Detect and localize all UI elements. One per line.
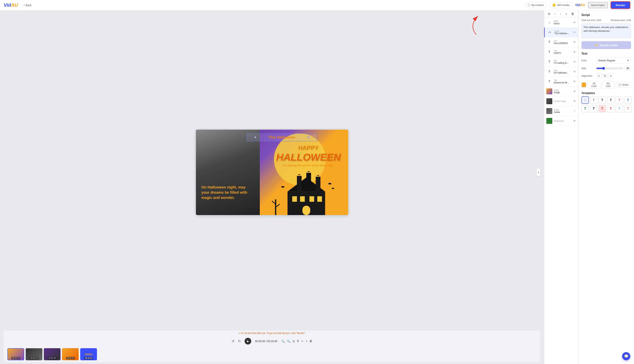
template-bold[interactable]: T: [598, 96, 606, 104]
template-blue-outline[interactable]: T: [624, 96, 632, 104]
align-left-button[interactable]: ≡: [596, 73, 602, 78]
layer-text-happy[interactable]: T Text HAPPY 👁: [544, 47, 578, 57]
product-visibility-icon[interactable]: 👁: [573, 100, 576, 103]
timeline-item-1[interactable]: 00:03.76: [8, 348, 24, 360]
dreams-visibility-icon[interactable]: 👁: [573, 80, 576, 83]
bg-color-button[interactable]: BG color: [602, 81, 614, 89]
play-button[interactable]: [244, 338, 251, 344]
layer-bgm[interactable]: ♪ BGM horror 👁: [544, 18, 578, 28]
layer-text-on-halloween[interactable]: T Text On Hallowee... 👁: [544, 67, 578, 77]
size-input[interactable]: [624, 66, 631, 70]
layers-delete-icon[interactable]: 🗑: [571, 12, 574, 16]
template-dark-italic[interactable]: T: [590, 105, 598, 112]
zoom-controls: 🔍 🔍 ⊡ 🎚 ⊢ + 🗑: [281, 340, 312, 343]
split-button[interactable]: ⊢: [302, 340, 304, 343]
layer-text-dreams[interactable]: T Text dreams be fill... 👁: [544, 77, 578, 86]
layers-copy-icon[interactable]: ⧉: [548, 12, 550, 16]
templates-title: Templates: [582, 91, 631, 94]
fit-screen-button[interactable]: ⊡: [292, 340, 295, 343]
align-center-button[interactable]: ☰: [602, 73, 608, 78]
timeline-item-4[interactable]: 00:02.64: [62, 348, 79, 360]
fill-color-swatch[interactable]: [582, 82, 586, 88]
background-thumbnail: [546, 118, 552, 124]
layers-move-up-icon[interactable]: ↑: [554, 12, 556, 16]
templates-grid: ⊘ T T T T T T T T T T T: [582, 96, 631, 112]
template-red-thin[interactable]: T: [624, 105, 632, 112]
svg-rect-12: [317, 196, 322, 202]
my-content-button[interactable]: 🕐 My Content: [524, 2, 546, 8]
title-selection-area[interactable]: This Halloween: [234, 133, 330, 141]
timeline-item-5[interactable]: VidAU 00:02.00: [80, 348, 97, 360]
bgm-visibility-icon[interactable]: 👁: [573, 21, 576, 24]
text-t-icon-halloween: T: [546, 39, 552, 45]
layer-image[interactable]: Image Image 👁: [544, 86, 578, 96]
on-halloween-visibility-icon[interactable]: 👁: [573, 70, 576, 73]
layer-text-waiting[interactable]: T Text I'm waiting fo... 👁: [544, 57, 578, 67]
timeline-duration-4: 00:02.64: [66, 357, 75, 359]
script-textarea[interactable]: This Halloween, elevate your celebration…: [582, 24, 631, 38]
layer-avatar[interactable]: Avatar Avatar 👁: [544, 106, 578, 116]
properties-panel: Script Total text limit: 1500 Residual i…: [578, 10, 634, 364]
back-button[interactable]: Back: [24, 3, 32, 7]
template-bold-serif[interactable]: T: [607, 96, 614, 104]
delete-clip-button[interactable]: 🗑: [310, 340, 312, 343]
stroke-button[interactable]: Stroke: [616, 82, 631, 88]
script-visibility-icon[interactable]: 👁: [573, 31, 576, 34]
render-audio-button[interactable]: Render Audio: [582, 41, 631, 49]
add-clip-button[interactable]: +: [306, 340, 308, 343]
template-red-bg[interactable]: T: [598, 105, 606, 112]
video-canvas[interactable]: This Halloween HAPPY HALLOWEEN I'm waiti…: [196, 130, 348, 215]
undo-button[interactable]: ↺: [232, 339, 234, 343]
template-red-glow[interactable]: T: [607, 105, 614, 112]
font-selector[interactable]: Roboto Regular Roboto Bold Arial Georgia: [596, 58, 631, 63]
layer-product-image[interactable]: Product Image 👁: [544, 96, 578, 106]
canvas-background: This Halloween HAPPY HALLOWEEN I'm waiti…: [196, 130, 348, 215]
render-button[interactable]: Render: [610, 1, 630, 9]
template-blue-light[interactable]: T: [616, 105, 623, 112]
text-t-icon-happy: T: [546, 49, 552, 55]
layer-dreams-info: Text dreams be fill...: [554, 79, 572, 84]
timeline-duration-1: 00:03.76: [12, 357, 20, 359]
layers-add-icon[interactable]: +: [565, 12, 567, 16]
layer-happy-info: Text HAPPY: [554, 50, 572, 54]
text-t-icon-waiting: T: [546, 59, 552, 65]
template-red[interactable]: T: [616, 96, 623, 104]
layer-background[interactable]: Background 👁: [544, 116, 578, 126]
layer-background-info: Background: [554, 120, 572, 122]
layers-move-down-icon[interactable]: ↓: [560, 12, 561, 16]
haunted-house-graphic: [264, 168, 348, 215]
stroke-checker-icon: [618, 84, 621, 86]
redo-button[interactable]: ↻: [238, 339, 241, 343]
credits-button[interactable]: 🪙 465 Credits: [550, 2, 572, 8]
halloween-visibility-icon[interactable]: 👁: [573, 41, 576, 44]
zoom-in-button[interactable]: 🔍: [287, 340, 290, 343]
svg-rect-5: [316, 176, 320, 192]
size-slider[interactable]: [596, 67, 623, 70]
template-normal[interactable]: T: [590, 96, 598, 104]
template-green[interactable]: T: [582, 105, 589, 112]
background-visibility-icon[interactable]: 👁: [573, 120, 576, 122]
size-property-row: Size: [582, 66, 631, 70]
layer-halloween-info: Text HALLOWEEN: [554, 40, 572, 44]
fill-color-button[interactable]: Fill Color: [588, 81, 600, 89]
timeline-item-3[interactable]: 00:05.38: [44, 348, 60, 360]
align-right-button[interactable]: ≡: [608, 73, 614, 78]
header: VidAU Back 🕐 My Content 🪙 465 Credits Vi…: [0, 0, 634, 10]
size-slider-wrapper: [596, 66, 631, 70]
svg-rect-7: [308, 171, 310, 172]
template-none[interactable]: ⊘: [582, 96, 589, 104]
happy-visibility-icon[interactable]: 👁: [573, 50, 576, 54]
avatar-visibility-icon[interactable]: 👁: [573, 110, 576, 112]
waveform-button[interactable]: 🎚: [296, 340, 300, 343]
alignment-label: Alignment: [582, 74, 594, 77]
chat-support-button[interactable]: 💬: [622, 352, 630, 360]
svg-point-15: [328, 183, 331, 184]
image-visibility-icon[interactable]: 👁: [573, 90, 576, 93]
panel-collapse-btn[interactable]: ›: [536, 169, 540, 176]
zoom-out-button[interactable]: 🔍: [281, 340, 285, 343]
timeline-item-2[interactable]: 00:05.62: [26, 348, 42, 360]
layer-text-halloween[interactable]: T Text HALLOWEEN 👁: [544, 37, 578, 47]
waiting-visibility-icon[interactable]: 👁: [573, 60, 576, 63]
save-project-button[interactable]: Save Project: [588, 2, 608, 8]
layer-script[interactable]: ≡✎ Script This Hallowe... 👁: [544, 28, 578, 37]
